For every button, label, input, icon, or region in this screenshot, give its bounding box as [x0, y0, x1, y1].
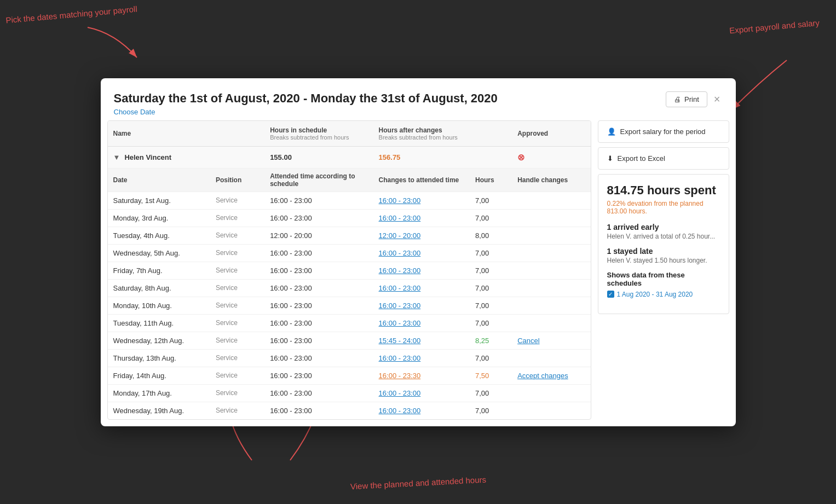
col-header-hours	[470, 121, 512, 147]
row-attended: 16:00 - 23:00	[264, 297, 373, 314]
arrow-payroll-dates	[82, 22, 148, 66]
row-date: Tuesday, 4th Aug.	[108, 227, 210, 244]
row-attended: 16:00 - 23:00	[264, 367, 373, 384]
row-date: Monday, 3rd Aug.	[108, 209, 210, 227]
row-date: Friday, 7th Aug.	[108, 262, 210, 279]
schedule-link[interactable]: ✓ 1 Aug 2020 - 31 Aug 2020	[607, 291, 720, 298]
row-hours: 7,00	[470, 297, 512, 314]
row-handle	[512, 279, 590, 297]
col-header-name: Name	[108, 121, 210, 147]
choose-date-link[interactable]: Choose Date	[114, 108, 498, 116]
dh-attended: Attended time according to schedule	[264, 168, 373, 192]
stayed-late-subtitle: Helen V. stayed 1.50 hours longer.	[607, 257, 720, 264]
row-handle	[512, 192, 590, 209]
changes-link[interactable]: 16:00 - 23:00	[379, 354, 421, 362]
arrived-early-title: 1 arrived early	[607, 223, 720, 231]
close-button[interactable]: ×	[712, 91, 723, 107]
employee-hours-schedule: 155.00	[264, 146, 373, 168]
row-date: Thursday, 13th Aug.	[108, 349, 210, 367]
changes-link[interactable]: 15:45 - 24:00	[379, 337, 421, 345]
hours-value: 7,00	[475, 196, 489, 205]
row-handle	[512, 262, 590, 279]
hours-value: 7,00	[475, 214, 489, 222]
row-handle	[512, 297, 590, 314]
row-position: Service	[210, 349, 264, 367]
changes-link[interactable]: 16:00 - 23:00	[379, 389, 421, 397]
changes-link[interactable]: 16:00 - 23:00	[379, 407, 421, 415]
employee-approved: ⊗	[512, 146, 590, 168]
cancel-link[interactable]: Cancel	[517, 337, 539, 345]
row-changes: 16:00 - 23:00	[373, 244, 470, 262]
row-handle	[512, 244, 590, 262]
changes-link[interactable]: 16:00 - 23:00	[379, 284, 421, 292]
changes-link[interactable]: 16:00 - 23:00	[379, 214, 421, 222]
changes-link[interactable]: 16:00 - 23:00	[379, 319, 421, 327]
hours-value: 7,00	[475, 389, 489, 397]
hours-value: 7,00	[475, 407, 489, 415]
print-button[interactable]: 🖨 Print	[666, 91, 707, 107]
row-changes: 16:00 - 23:00	[373, 209, 470, 227]
row-date: Wednesday, 5th Aug.	[108, 244, 210, 262]
modal-title: Saturday the 1st of August, 2020 - Monda…	[114, 91, 498, 106]
print-icon: 🖨	[674, 95, 681, 103]
row-changes: 16:00 - 23:00	[373, 297, 470, 314]
changes-link[interactable]: 16:00 - 23:00	[379, 267, 421, 275]
export-excel-button[interactable]: ⬇ Export to Excel	[598, 147, 729, 170]
row-hours: 7,00	[470, 209, 512, 227]
table-row: Tuesday, 4th Aug. Service 12:00 - 20:00 …	[108, 227, 591, 244]
table-wrapper[interactable]: Name Hours in schedule Breaks subtracted…	[108, 121, 591, 419]
table-row: Friday, 7th Aug. Service 16:00 - 23:00 1…	[108, 262, 591, 279]
row-position: Service	[210, 209, 264, 227]
export-salary-button[interactable]: 👤 Export salary for the period	[598, 120, 729, 143]
row-attended: 16:00 - 23:00	[264, 384, 373, 402]
row-position: Service	[210, 244, 264, 262]
changes-link[interactable]: 16:00 - 23:30	[379, 372, 421, 380]
row-changes: 16:00 - 23:00	[373, 192, 470, 209]
row-position: Service	[210, 262, 264, 279]
table-row: Friday, 14th Aug. Service 16:00 - 23:00 …	[108, 367, 591, 384]
table-row: Wednesday, 12th Aug. Service 16:00 - 23:…	[108, 332, 591, 349]
row-changes: 16:00 - 23:00	[373, 349, 470, 367]
row-hours: 8,25	[470, 332, 512, 349]
changes-link[interactable]: 16:00 - 23:00	[379, 196, 421, 205]
table-header-row: Name Hours in schedule Breaks subtracted…	[108, 121, 591, 147]
changes-link[interactable]: 16:00 - 23:00	[379, 302, 421, 310]
table-row: Saturday, 1st Aug. Service 16:00 - 23:00…	[108, 192, 591, 209]
col-header-schedule: Hours in schedule Breaks subtracted from…	[264, 121, 373, 147]
annotation-export-payroll: Export payroll and salary	[729, 18, 820, 35]
row-position: Service	[210, 297, 264, 314]
row-changes: 16:00 - 23:00	[373, 384, 470, 402]
col-header-position	[210, 121, 264, 147]
row-handle	[512, 209, 590, 227]
row-position: Service	[210, 402, 264, 419]
changes-link[interactable]: 16:00 - 23:00	[379, 249, 421, 257]
col-header-approved: Approved	[512, 121, 590, 147]
row-attended: 16:00 - 23:00	[264, 244, 373, 262]
row-handle	[512, 314, 590, 332]
hours-value: 7,00	[475, 319, 489, 327]
row-date: Friday, 14th Aug.	[108, 367, 210, 384]
table-row: Saturday, 8th Aug. Service 16:00 - 23:00…	[108, 279, 591, 297]
employee-name-cell: ▼ Helen Vincent	[108, 146, 265, 168]
schedules-section: Shows data from these schedules ✓ 1 Aug …	[607, 271, 720, 298]
row-hours: 7,00	[470, 279, 512, 297]
row-attended: 16:00 - 23:00	[264, 349, 373, 367]
row-hours: 7,00	[470, 349, 512, 367]
employee-hours-changes: 156.75	[373, 146, 512, 168]
dh-date: Date	[108, 168, 210, 192]
detail-header-row: Date Position Attended time according to…	[108, 168, 591, 192]
changes-link[interactable]: 12:00 - 20:00	[379, 231, 421, 240]
modal-body: Name Hours in schedule Breaks subtracted…	[107, 120, 729, 420]
row-hours: 7,00	[470, 384, 512, 402]
stayed-late-title: 1 stayed late	[607, 247, 720, 256]
arrived-early-subtitle: Helen V. arrived a total of 0.25 hour...	[607, 233, 720, 240]
col-header-changes: Hours after changes Breaks subtracted fr…	[373, 121, 470, 147]
row-attended: 16:00 - 23:00	[264, 262, 373, 279]
attendance-table: Name Hours in schedule Breaks subtracted…	[108, 121, 591, 419]
row-handle	[512, 384, 590, 402]
accept-changes-link[interactable]: Accept changes	[517, 372, 568, 380]
expand-icon[interactable]: ▼	[113, 153, 120, 161]
row-hours: 7,50	[470, 367, 512, 384]
hours-value: 8,25	[475, 337, 489, 345]
not-approved-icon: ⊗	[517, 153, 524, 162]
